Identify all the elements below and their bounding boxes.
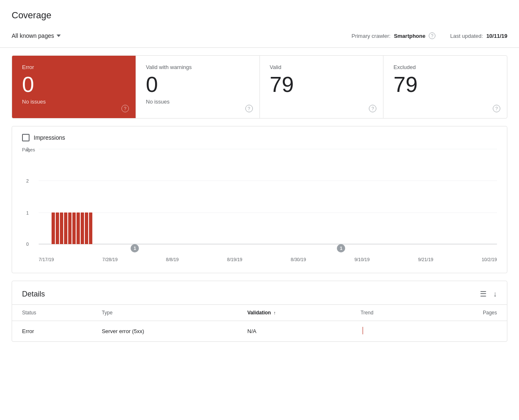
row-trend: ⏐ — [351, 321, 427, 342]
details-header: Details ☰ ↓ — [12, 281, 507, 305]
y-tick-1: 1 — [26, 210, 29, 215]
excluded-title: Excluded — [393, 64, 497, 70]
stat-card-error: Error 0 No issues ? — [12, 56, 136, 118]
col-pages: Pages — [427, 305, 507, 321]
details-title: Details — [22, 290, 45, 299]
valid-warnings-number: 0 — [146, 74, 250, 95]
x-tick-2: 7/28/19 — [102, 257, 118, 262]
bar — [68, 212, 72, 244]
chart-grid: 3 2 1 0 — [39, 149, 497, 245]
details-table: Status Type Validation ↑ Trend Pages Err… — [12, 305, 507, 341]
y-tick-2: 2 — [26, 178, 29, 183]
filter-bar: All known pages Primary crawler: Smartph… — [12, 28, 507, 43]
valid-number: 79 — [270, 74, 373, 95]
row-validation: N/A — [237, 321, 351, 342]
error-card-subtitle: No issues — [22, 99, 126, 105]
chevron-down-icon — [57, 35, 61, 37]
x-tick-1: 7/17/19 — [39, 257, 54, 262]
impressions-label: Impressions — [34, 134, 65, 141]
x-tick-5: 8/30/19 — [291, 257, 306, 262]
bar — [64, 212, 67, 244]
bar — [60, 212, 63, 244]
bar — [89, 212, 92, 244]
crawler-help-icon[interactable]: ? — [429, 32, 435, 39]
row-status: Error — [12, 321, 92, 342]
row-pages — [427, 321, 507, 342]
valid-warnings-subtitle: No issues — [146, 99, 250, 105]
valid-warnings-title: Valid with warnings — [146, 64, 250, 70]
table-header-row: Status Type Validation ↑ Trend Pages — [12, 305, 507, 321]
valid-warnings-help-icon[interactable]: ? — [245, 105, 253, 112]
y-tick-0: 0 — [26, 242, 29, 247]
stat-card-valid-warnings: Valid with warnings 0 No issues ? — [136, 56, 260, 118]
excluded-number: 79 — [393, 74, 497, 95]
details-section: Details ☰ ↓ Status Type Validation ↑ T — [12, 281, 507, 342]
col-trend: Trend — [351, 305, 427, 321]
col-status: Status — [12, 305, 92, 321]
excluded-help-icon[interactable]: ? — [493, 105, 500, 112]
x-tick-7: 9/21/19 — [418, 257, 433, 262]
chart-section: Impressions Pages 3 2 1 0 — [12, 126, 507, 273]
stat-card-excluded: Excluded 79 ? — [383, 56, 507, 118]
chart-area: Pages 3 2 1 0 — [22, 149, 497, 265]
valid-title: Valid — [270, 64, 373, 70]
crawler-value: Smartphone — [394, 33, 425, 39]
filter-icon[interactable]: ☰ — [480, 289, 487, 299]
x-tick-8: 10/2/19 — [482, 257, 497, 262]
x-tick-6: 9/10/19 — [354, 257, 370, 262]
sort-arrow-icon: ↑ — [274, 310, 276, 315]
bar — [56, 212, 59, 244]
valid-help-icon[interactable]: ? — [369, 105, 376, 112]
separator — [442, 33, 444, 39]
bar — [81, 212, 84, 244]
impressions-checkbox[interactable] — [22, 134, 30, 141]
pages-filter-dropdown[interactable]: All known pages — [12, 32, 61, 39]
download-icon[interactable]: ↓ — [493, 290, 497, 299]
stats-cards: Error 0 No issues ? Valid with warnings … — [12, 55, 507, 119]
stat-card-valid: Valid 79 ? — [260, 56, 384, 118]
last-updated-value: 10/11/19 — [486, 33, 507, 39]
crawler-label: Primary crawler: — [351, 33, 390, 39]
bars-container — [39, 149, 497, 244]
x-tick-4: 8/19/19 — [227, 257, 242, 262]
filter-dropdown-label: All known pages — [12, 32, 54, 39]
table-row: Error Server error (5xx) N/A ⏐ — [12, 321, 507, 342]
page-title: Coverage — [12, 10, 507, 21]
error-card-number: 0 — [22, 74, 126, 95]
annotation-dot-2[interactable]: 1 — [337, 244, 345, 252]
error-card-title: Error — [22, 64, 126, 70]
error-card-help-icon[interactable]: ? — [121, 105, 129, 112]
chart-x-axis: 7/17/19 7/28/19 8/8/19 8/19/19 8/30/19 9… — [39, 257, 497, 262]
bar — [52, 212, 55, 244]
last-updated-label: Last updated: — [450, 33, 483, 39]
row-type: Server error (5xx) — [92, 321, 237, 342]
bar — [85, 212, 88, 244]
col-type: Type — [92, 305, 237, 321]
col-validation[interactable]: Validation ↑ — [237, 305, 351, 321]
details-actions: ☰ ↓ — [480, 289, 497, 299]
x-tick-3: 8/8/19 — [166, 257, 179, 262]
annotation-dot-1[interactable]: 1 — [131, 244, 139, 252]
filter-meta: Primary crawler: Smartphone ? Last updat… — [351, 32, 507, 39]
bar — [77, 212, 80, 244]
chart-header: Impressions — [22, 134, 497, 141]
bar — [72, 212, 76, 244]
y-tick-3: 3 — [26, 147, 29, 152]
